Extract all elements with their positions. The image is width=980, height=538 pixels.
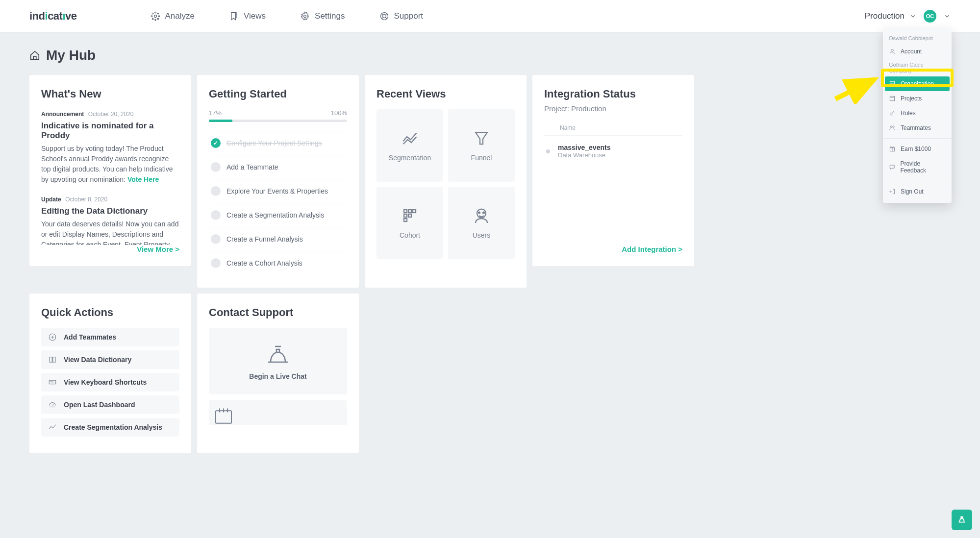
chevron-down-icon[interactable]: [944, 13, 951, 20]
dd-feedback[interactable]: Provide Feedback: [883, 156, 952, 178]
step-item[interactable]: Explore Your Events & Properties: [209, 179, 347, 203]
user-icon: [889, 48, 896, 55]
tile-funnel[interactable]: Funnel: [448, 109, 515, 182]
news-item: Announcement October 20, 2020 Indicative…: [41, 109, 179, 185]
step-item[interactable]: Add a Teammate: [209, 155, 347, 179]
add-integration-link[interactable]: Add Integration >: [544, 245, 682, 253]
chevron-down-icon: [909, 13, 916, 20]
projects-icon: [889, 95, 896, 102]
dd-divider: [883, 138, 952, 139]
progress-bar: [209, 120, 347, 122]
chat-icon: [889, 164, 895, 171]
status-dot-icon: [546, 149, 550, 153]
whats-new-card: What's New Announcement October 20, 2020…: [29, 75, 191, 266]
tile-segmentation[interactable]: Segmentation: [377, 109, 443, 182]
view-more-link[interactable]: View More >: [41, 245, 179, 253]
dd-teammates[interactable]: Teammates: [883, 121, 952, 135]
calendar-icon: [209, 405, 238, 425]
contact-support-card: Contact Support Begin a Live Chat: [197, 293, 359, 453]
user-dropdown: Oswald Cobblepot Account Gotham Cable Co…: [883, 28, 952, 203]
news-date: October 8, 2020: [65, 196, 107, 203]
card-title: What's New: [41, 88, 179, 100]
qa-keyboard-shortcuts[interactable]: View Keyboard Shortcuts: [41, 373, 179, 391]
dd-label: Organization: [901, 80, 934, 87]
check-icon: [211, 258, 221, 268]
qa-segmentation-analysis[interactable]: Create Segmentation Analysis: [41, 418, 179, 437]
svg-point-36: [478, 212, 480, 214]
svg-rect-12: [853, 13, 858, 19]
svg-rect-41: [49, 380, 56, 384]
page-title: My Hub: [29, 48, 696, 63]
tile-cohort[interactable]: Cohort: [377, 187, 443, 259]
qa-data-dictionary[interactable]: View Data Dictionary: [41, 350, 179, 369]
nav-views[interactable]: Views: [229, 11, 266, 21]
key-icon: [889, 110, 896, 117]
step-label: Add a Teammate: [226, 163, 278, 171]
dd-label: Teammates: [901, 124, 931, 131]
tile-users[interactable]: Users: [448, 187, 515, 259]
nav-items: Analyze Views Settings Support: [151, 11, 424, 21]
dd-label: Roles: [901, 110, 916, 117]
project-selector[interactable]: Production: [851, 11, 916, 21]
svg-rect-30: [408, 210, 411, 213]
cs-live-chat[interactable]: Begin a Live Chat: [209, 328, 347, 394]
nav-settings[interactable]: Settings: [300, 11, 345, 21]
news-tag: Update: [41, 196, 61, 203]
dd-roles[interactable]: Roles: [883, 106, 952, 121]
quick-actions-card: Quick Actions Add Teammates View Data Di…: [29, 293, 191, 453]
svg-rect-16: [890, 81, 894, 86]
logo[interactable]: indicatıve: [29, 10, 77, 23]
check-icon: [211, 186, 221, 196]
nav-label: Views: [244, 11, 266, 21]
nav-support[interactable]: Support: [379, 11, 424, 21]
news-cta-link[interactable]: Vote Here: [127, 175, 159, 183]
keyboard-icon: [48, 378, 57, 387]
svg-point-2: [154, 19, 156, 21]
qa-add-teammates[interactable]: Add Teammates: [41, 328, 179, 346]
segmentation-icon: [48, 423, 57, 432]
nav-label: Settings: [315, 11, 345, 21]
nav-label: Analyze: [165, 11, 195, 21]
logo-text: ve: [65, 10, 76, 22]
svg-point-15: [891, 49, 894, 51]
step-item[interactable]: Create a Funnel Analysis: [209, 227, 347, 251]
step-item[interactable]: Create a Cohort Analysis: [209, 251, 347, 275]
dd-earn[interactable]: Earn $1000: [883, 142, 952, 156]
qa-label: Open Last Dashboard: [64, 401, 135, 409]
step-label: Create a Cohort Analysis: [226, 259, 302, 267]
tile-label: Users: [473, 231, 491, 239]
svg-point-24: [893, 126, 895, 128]
dd-account[interactable]: Account: [883, 44, 952, 59]
signout-icon: [889, 188, 896, 195]
integration-row[interactable]: massive_events Data Warehouse: [544, 141, 682, 162]
book-icon: [48, 355, 57, 364]
dd-signout[interactable]: Sign Out: [883, 184, 952, 199]
dd-organization[interactable]: Organization: [885, 76, 950, 91]
qa-label: Create Segmentation Analysis: [64, 423, 162, 431]
svg-point-5: [152, 13, 153, 14]
news-date: October 20, 2020: [88, 111, 134, 118]
cs-calendar[interactable]: [209, 400, 347, 425]
news-item: Update October 8, 2020 Editing the Data …: [41, 195, 179, 245]
svg-point-3: [151, 16, 152, 17]
recent-tiles-grid: Segmentation Funnel Cohort Users: [377, 109, 515, 259]
card-title: Quick Actions: [41, 306, 179, 319]
step-label: Configure Your Project Settings: [226, 139, 322, 147]
avatar[interactable]: OC: [924, 10, 936, 23]
progress-percent: 17%: [209, 109, 222, 117]
svg-rect-33: [408, 214, 411, 217]
tile-label: Funnel: [471, 154, 492, 162]
qa-last-dashboard[interactable]: Open Last Dashboard: [41, 395, 179, 414]
segmentation-icon: [401, 129, 419, 147]
dd-projects[interactable]: Projects: [883, 91, 952, 106]
step-item[interactable]: Create a Segmentation Analysis: [209, 203, 347, 227]
nav-label: Support: [394, 11, 424, 21]
dd-label: Provide Feedback: [900, 160, 946, 174]
dd-label: Sign Out: [901, 188, 924, 195]
step-item[interactable]: Configure Your Project Settings: [209, 131, 347, 155]
nav-analyze[interactable]: Analyze: [151, 11, 195, 21]
svg-point-23: [890, 126, 892, 128]
qa-label: View Data Dictionary: [64, 356, 131, 364]
svg-point-7: [152, 18, 153, 19]
progress-fill: [209, 120, 232, 122]
